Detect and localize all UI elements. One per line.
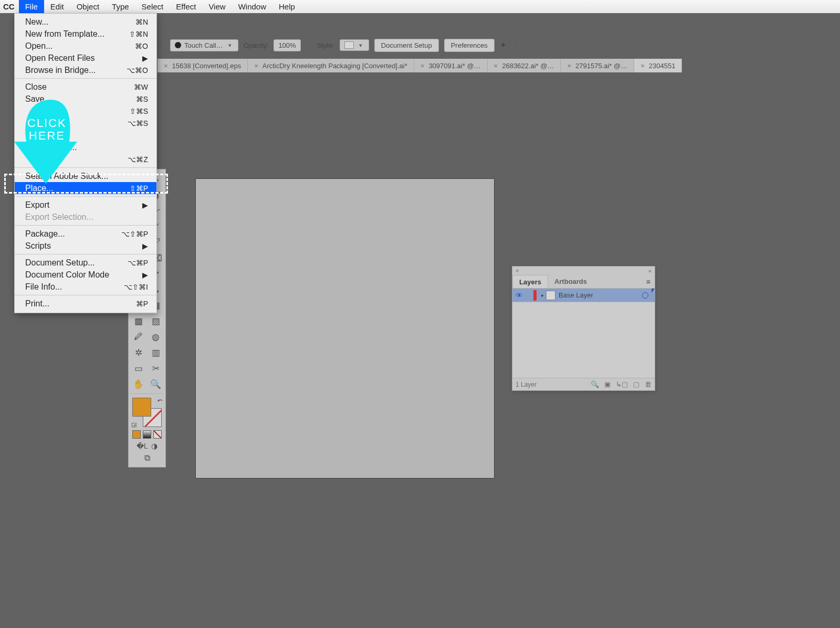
panel-menu-icon[interactable]: ≡ [642, 278, 655, 286]
menu-item-save-template[interactable]: …plate... [15, 129, 156, 141]
tool-zoom[interactable]: 🔍 [147, 376, 164, 392]
menu-item-search-stock[interactable]: Search Adobe Stock... [15, 170, 156, 182]
style-label: Style: [317, 41, 334, 49]
default-fill-stroke-icon[interactable]: ◲ [131, 421, 136, 428]
tool-gradient[interactable]: ▨ [147, 313, 164, 329]
tool-column-graph[interactable]: ▥ [147, 345, 164, 360]
menu-window[interactable]: Window [232, 0, 272, 13]
tab-layers[interactable]: Layers [512, 275, 548, 288]
menu-type[interactable]: Type [106, 0, 135, 13]
menu-item-document-setup[interactable]: Document Setup...⌥⌘P [15, 257, 156, 269]
document-tabs: ×15638 [Converted].eps ×ArcticDry Kneele… [158, 59, 840, 72]
artboard[interactable] [195, 178, 495, 478]
menu-effect[interactable]: Effect [170, 0, 202, 13]
style-swatch-icon [344, 41, 354, 49]
visibility-icon[interactable]: 👁 [512, 291, 526, 300]
swap-fill-stroke-icon[interactable]: ⤺ [158, 397, 163, 404]
new-layer-icon[interactable]: ▢ [633, 380, 639, 388]
menu-item-package[interactable]: Package...⌥⇧⌘P [15, 228, 156, 240]
layers-list: 👁 ▸ Base Layer [512, 289, 655, 378]
tab-artboards[interactable]: Artboards [548, 275, 593, 288]
menu-item-save-copy[interactable]: ⌥⌘S [15, 117, 156, 129]
chevron-right-icon[interactable]: › [306, 42, 312, 48]
chevron-down-icon[interactable]: ▾ [512, 42, 519, 49]
menu-item-print[interactable]: Print...⌘P [15, 297, 156, 310]
close-icon[interactable]: × [421, 62, 425, 70]
preferences-button[interactable]: Preferences [444, 39, 495, 52]
stroke-chip[interactable]: Touch Call… ▾ [170, 39, 238, 51]
document-tab[interactable]: ×2791575.ai* @… [561, 59, 634, 72]
layer-thumbnail [546, 291, 555, 300]
menu-item-save[interactable]: Save⌘S [15, 93, 156, 105]
new-sublayer-icon[interactable]: ↳▢ [616, 380, 628, 388]
menu-object[interactable]: Object [70, 0, 106, 13]
menu-help[interactable]: Help [272, 0, 301, 13]
menu-item-file-info[interactable]: File Info...⌥⇧⌘I [15, 281, 156, 293]
menu-item-browse-bridge[interactable]: Browse in Bridge...⌥⌘O [15, 64, 156, 76]
menu-item-color-mode[interactable]: Document Color Mode▶ [15, 269, 156, 281]
tool-mesh[interactable]: ▩ [130, 313, 147, 329]
document-tab[interactable]: ×3097091.ai* @… [414, 59, 488, 72]
menu-item-new[interactable]: New...⌘N [15, 16, 156, 28]
menu-item-export[interactable]: Export▶ [15, 199, 156, 211]
options-bar: ▾ Touch Call… ▾ Opacity: 100% › Style: ▾… [158, 37, 840, 54]
tool-hand[interactable]: ✋ [130, 376, 147, 392]
menu-select[interactable]: Select [135, 0, 170, 13]
menu-item-scripts[interactable]: Scripts▶ [15, 240, 156, 252]
pin-icon[interactable]: ✦ [500, 40, 507, 50]
close-icon[interactable]: × [640, 62, 645, 70]
layers-panel: × « Layers Artboards ≡ 👁 ▸ Base Layer 1 … [512, 266, 655, 391]
draw-normal-icon[interactable]: �L [136, 442, 148, 450]
layer-row[interactable]: 👁 ▸ Base Layer [512, 289, 655, 302]
opacity-field[interactable]: 100% [274, 39, 300, 51]
layer-name[interactable]: Base Layer [559, 291, 593, 299]
delete-layer-icon[interactable]: 🗑 [645, 380, 652, 388]
menu-item-save-as[interactable]: ⇧⌘S [15, 105, 156, 117]
menu-item-place[interactable]: Place...⇧⌘P [15, 182, 156, 194]
selection-indicator-icon [652, 289, 655, 293]
fill-swatch[interactable] [132, 398, 151, 417]
tool-eyedropper[interactable]: 🖉 [130, 329, 147, 345]
document-tab[interactable]: ×ArcticDry Kneelength Packaging [Convert… [248, 59, 414, 72]
draw-behind-icon[interactable]: ◑ [151, 442, 158, 450]
menu-edit[interactable]: Edit [44, 0, 70, 13]
close-icon[interactable]: × [254, 62, 258, 70]
menu-item-revert[interactable]: ⌥⌘Z [15, 153, 156, 165]
tool-symbol-sprayer[interactable]: ✲ [130, 345, 147, 360]
chevron-down-icon[interactable]: ▾ [158, 42, 165, 49]
document-setup-button[interactable]: Document Setup [374, 39, 439, 52]
menu-item-open-recent[interactable]: Open Recent Files▶ [15, 52, 156, 64]
document-tab[interactable]: ×15638 [Converted].eps [158, 59, 248, 72]
tool-artboard[interactable]: ▭ [130, 360, 147, 376]
close-icon[interactable]: × [494, 62, 498, 70]
menu-file[interactable]: File [19, 0, 44, 13]
fill-stroke-swatch[interactable]: ⤺ ◲ [132, 398, 162, 427]
locate-object-icon[interactable]: 🔍 [591, 380, 599, 388]
menu-bar: CC File Edit Object Type Select Effect V… [0, 0, 840, 13]
document-tab[interactable]: ×2683622.ai* @… [488, 59, 561, 72]
menu-item-close[interactable]: Close⌘W [15, 81, 156, 93]
color-mode-none[interactable] [153, 430, 162, 439]
menu-item-new-from-template[interactable]: New from Template...⇧⌘N [15, 28, 156, 40]
chevron-down-icon: ▾ [357, 42, 364, 49]
menu-view[interactable]: View [202, 0, 232, 13]
menu-item-open[interactable]: Open...⌘O [15, 40, 156, 52]
tool-slice[interactable]: ✂ [147, 360, 164, 376]
target-icon[interactable] [642, 292, 648, 299]
twisty-icon[interactable]: ▸ [539, 292, 546, 298]
menu-item-save-slices[interactable]: …ted Slices... [15, 141, 156, 153]
collapse-icon[interactable]: « [648, 268, 652, 274]
color-mode-gradient[interactable] [143, 430, 151, 439]
layer-color-strip [533, 290, 537, 301]
document-tab[interactable]: ×2304551 [634, 59, 682, 72]
close-icon[interactable]: × [164, 62, 168, 70]
screen-mode-icon[interactable]: ⧉ [144, 453, 150, 463]
style-swatch[interactable]: ▾ [340, 39, 369, 51]
chevron-down-icon: ▾ [226, 42, 234, 49]
clipping-mask-icon[interactable]: ▣ [604, 380, 611, 388]
tool-blend[interactable]: ◍ [147, 329, 164, 345]
color-modes [130, 430, 164, 439]
close-icon[interactable]: × [567, 62, 571, 70]
close-icon[interactable]: × [516, 268, 519, 274]
color-mode-solid[interactable] [132, 430, 141, 439]
